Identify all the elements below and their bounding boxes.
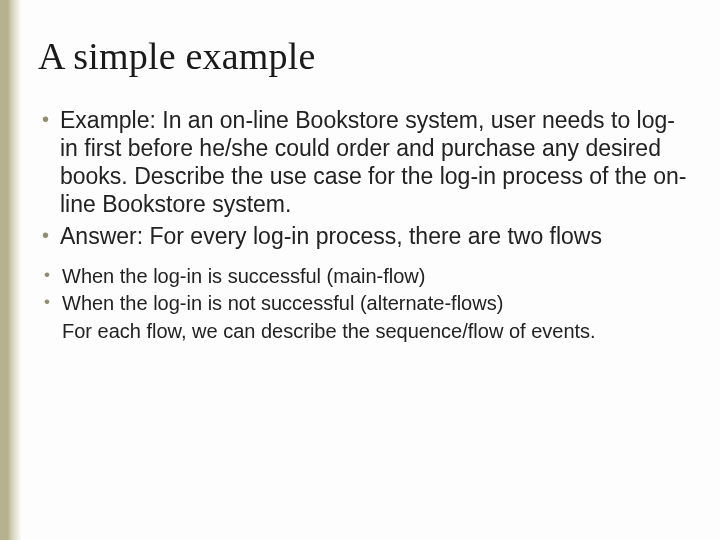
left-accent-bar [0, 0, 22, 540]
body-bullet-2: Answer: For every log-in process, there … [60, 222, 690, 250]
slide: A simple example Example: In an on-line … [0, 0, 720, 540]
slide-title: A simple example [38, 34, 690, 78]
sub-plain-line: For each flow, we can describe the seque… [62, 319, 690, 344]
sub-list: When the log-in is successful (main-flow… [38, 264, 690, 344]
slide-content: A simple example Example: In an on-line … [38, 34, 690, 346]
sub-bullet-1: When the log-in is successful (main-flow… [62, 264, 690, 289]
body-list: Example: In an on-line Bookstore system,… [38, 106, 690, 250]
body-bullet-1: Example: In an on-line Bookstore system,… [60, 106, 690, 218]
sub-bullet-2: When the log-in is not successful (alter… [62, 291, 690, 316]
